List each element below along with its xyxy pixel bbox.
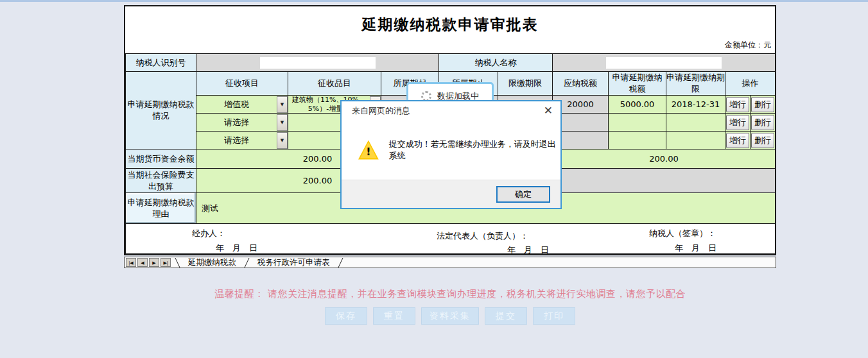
delete-row-cell: 删行 [751, 132, 776, 149]
add-row-button[interactable]: 增行 [726, 115, 749, 130]
taxpayer-id-label: 纳税人识别号 [126, 54, 196, 72]
defer-amount-row2[interactable] [609, 114, 666, 132]
sheet-nav-first-icon[interactable]: |◀ [126, 258, 136, 267]
handler-label: 经办人： [192, 228, 225, 239]
page-title: 延期缴纳税款申请审批表 [125, 6, 775, 35]
top-border-strip [0, 0, 868, 2]
reset-button[interactable]: 重置 [373, 307, 415, 325]
social-insurance-label: 当期社会保险费支出预算 [126, 169, 196, 193]
save-button[interactable]: 保存 [325, 307, 367, 325]
defer-deadline-row2[interactable] [666, 114, 725, 132]
taxpayer-seal-date-line: 年 月 日 [675, 243, 716, 254]
fund-balance-label: 当期货币资金余额 [126, 149, 196, 169]
col-header-defer-amount: 申请延期缴纳税额 [609, 72, 666, 96]
taxpayer-row: 纳税人识别号 纳税人名称 [126, 54, 776, 72]
handler-date-line: 年 月 日 [216, 243, 257, 254]
ok-button[interactable]: 确定 [496, 186, 550, 203]
legal-rep-label: 法定代表人（负责人）： [437, 230, 528, 242]
taxpayer-name-redacted-value [606, 57, 722, 69]
section-label: 申请延期缴纳税款情况 [126, 72, 196, 149]
social-insurance-right-value [553, 169, 776, 193]
message-dialog: 来自网页的消息 ✕ ! 提交成功！若无需继续办理业务，请及时退出系统 确定 [340, 100, 562, 209]
dialog-title: 来自网页的消息 [352, 105, 410, 117]
col-header-item: 征收项目 [196, 72, 288, 96]
sheet-nav-prev-icon[interactable]: ◀ [137, 258, 148, 267]
sheet-tab-admin-license[interactable]: 税务行政许可申请表 [250, 257, 338, 268]
tab-divider [245, 258, 250, 268]
col-header-category: 征收品目 [288, 72, 381, 96]
sheet-nav-next-icon[interactable]: ▶ [149, 258, 159, 267]
taxpayer-id-cell [196, 54, 439, 72]
fund-balance-right-value[interactable]: 200.00 [553, 149, 776, 169]
reason-label: 申请延期缴纳税款理由 [126, 193, 196, 224]
close-icon[interactable]: ✕ [544, 105, 553, 116]
signature-row: 经办人： 年 月 日 法定代表人（负责人）： 年 月 日 纳税人（签章）： 年 … [126, 224, 776, 254]
dropdown-arrow-icon[interactable]: ▼ [277, 132, 288, 149]
action-button-bar: 保存 重置 资料采集 提交 打印 [124, 307, 776, 325]
legal-rep-date-line: 年 月 日 [507, 244, 549, 254]
add-row-button[interactable]: 增行 [726, 97, 749, 112]
col-header-operation: 操作 [725, 72, 776, 96]
col-header-tax-due: 应纳税额 [553, 72, 609, 96]
taxpayer-name-label: 纳税人名称 [439, 54, 553, 72]
taxpayer-seal-label: 纳税人（签章）： [649, 228, 716, 239]
delete-row-button[interactable]: 删行 [751, 133, 774, 148]
add-row-cell: 增行 [725, 114, 751, 132]
item-dropdown-row2[interactable]: 请选择▼ [196, 114, 288, 132]
delete-row-button[interactable]: 删行 [751, 115, 774, 130]
defer-amount-row1[interactable]: 5000.00 [609, 96, 666, 114]
print-button[interactable]: 打印 [533, 307, 575, 325]
sheet-tab-defer-tax[interactable]: 延期缴纳税款 [180, 257, 244, 268]
taxpayer-name-cell [553, 54, 776, 72]
add-row-cell: 增行 [725, 132, 751, 149]
tab-divider [175, 258, 180, 268]
item-dropdown-row1[interactable]: 增值税▼ [196, 96, 288, 114]
submit-button[interactable]: 提交 [485, 307, 527, 325]
defer-deadline-row3[interactable] [666, 132, 725, 149]
dialog-message: 提交成功！若无需继续办理业务，请及时退出系统 [389, 139, 560, 162]
dropdown-arrow-icon[interactable]: ▼ [277, 114, 288, 131]
sheet-tab-bar: |◀ ◀ ▶ ▶| 延期缴纳税款 税务行政许可申请表 [124, 257, 776, 268]
dropdown-arrow-icon[interactable]: ▼ [277, 96, 288, 113]
col-header-deadline: 限缴期限 [498, 72, 553, 96]
tab-divider [338, 258, 343, 268]
defer-deadline-row1[interactable]: 2018-12-31 [666, 96, 725, 114]
delete-row-button[interactable]: 删行 [751, 97, 774, 112]
delete-row-cell: 删行 [751, 114, 776, 132]
amount-unit-note: 金额单位：元 [725, 40, 771, 51]
data-collect-button[interactable]: 资料采集 [421, 307, 479, 325]
taxpayer-id-redacted-value [260, 57, 376, 69]
reminder-text: 温馨提醒： 请您关注消息提醒，并在业务查询模块查询办理进度，税务机关将进行实地调… [124, 288, 776, 300]
defer-amount-row3[interactable] [609, 132, 666, 149]
item-dropdown-row3[interactable]: 请选择▼ [196, 132, 288, 149]
delete-row-cell: 删行 [751, 96, 776, 114]
add-row-button[interactable]: 增行 [726, 133, 749, 148]
col-header-defer-deadline: 申请延期缴纳期限 [666, 72, 725, 96]
warning-icon: ! [358, 141, 379, 160]
add-row-cell: 增行 [725, 96, 751, 114]
sheet-nav-last-icon[interactable]: ▶| [161, 258, 171, 267]
